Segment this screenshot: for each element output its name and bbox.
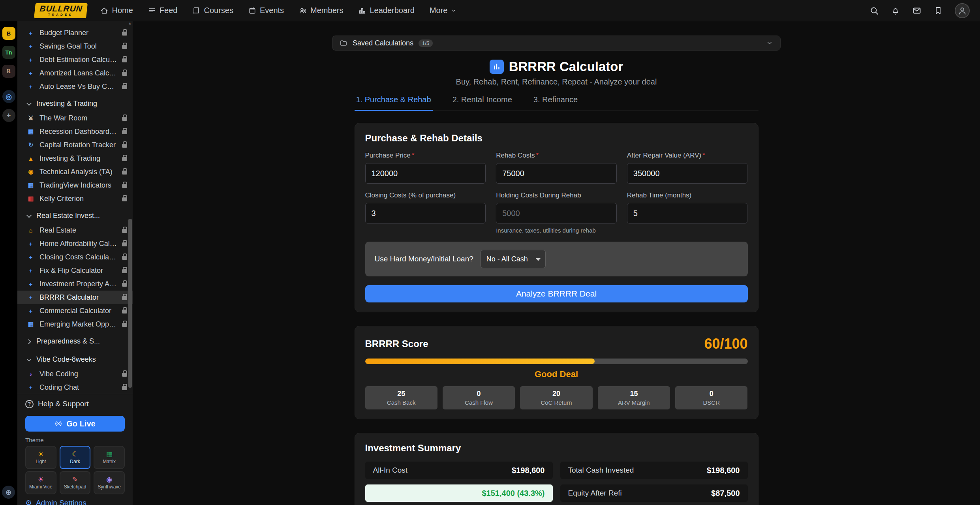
sidebar-item-debt-estimation[interactable]: +Debt Estimation Calcula... <box>17 53 133 66</box>
sidebar-item-tradingview[interactable]: ▦TradingView Indicators <box>17 178 133 192</box>
nav-more[interactable]: More <box>430 6 457 15</box>
sidebar-item-label: Emerging Market Oppor... <box>39 320 117 329</box>
stat-dscr: 0DSCR <box>675 386 747 409</box>
workspace-tn-icon[interactable]: Tn <box>2 46 15 59</box>
theme-dark[interactable]: ☾Dark <box>60 446 91 469</box>
moon-icon: ☾ <box>72 451 78 458</box>
globe-icon[interactable]: ⊕ <box>2 486 15 499</box>
sidebar-item-home-affordability[interactable]: +Home Affordability Calc... <box>17 237 133 250</box>
notifications-bell-icon[interactable] <box>891 6 900 15</box>
purchase-price-input[interactable] <box>365 163 486 184</box>
gear-icon: ⚙ <box>25 498 32 505</box>
summary-label: Total Cash Invested <box>568 466 634 475</box>
score-progress-track <box>365 359 748 364</box>
theme-sketchpad[interactable]: ✎Sketchpad <box>60 471 91 494</box>
sidebar-item-recession-dashboard[interactable]: ▦Recession Dashboard V2 <box>17 125 133 138</box>
sidebar-item-brrrr-calculator[interactable]: +BRRRR Calculator <box>17 291 133 304</box>
holding-costs-field: Holding Costs During Rehab Insurance, ta… <box>496 191 617 234</box>
tab-purchase-rehab[interactable]: 1. Purchase & Rehab <box>355 95 433 111</box>
sidebar-item-coding-chat[interactable]: +Coding Chat <box>17 381 133 394</box>
summary-value: $198,600 <box>512 466 544 475</box>
chevron-right-icon <box>26 338 32 344</box>
rehab-time-input[interactable] <box>627 203 748 223</box>
summary-grid: All-In Cost$198,600 Total Cash Invested$… <box>365 462 748 502</box>
sidebar-item-closing-costs[interactable]: +Closing Costs Calculator <box>17 250 133 264</box>
holding-costs-input[interactable] <box>496 203 617 223</box>
saved-calculations-accordion[interactable]: Saved Calculations 1/5 <box>332 36 781 51</box>
main-content: Saved Calculations 1/5 BRRRR Calculator … <box>133 21 980 505</box>
help-support-link[interactable]: ? Help & Support <box>25 396 125 411</box>
nav-leaderboard[interactable]: Leaderboard <box>358 6 414 15</box>
sidebar-item-vibe-coding[interactable]: ♪Vibe Coding <box>17 367 133 381</box>
theme-matrix[interactable]: ▦Matrix <box>94 446 125 469</box>
workspace-bullrun-icon[interactable]: B <box>2 27 15 40</box>
sidebar-item-savings-goal[interactable]: +Savings Goal Tool <box>17 39 133 53</box>
sidebar-item-war-room[interactable]: ⚔The War Room <box>17 111 133 125</box>
sidebar-item-real-estate[interactable]: ⌂Real Estate <box>17 223 133 237</box>
go-live-button[interactable]: Go Live <box>25 416 125 432</box>
workspace-compass-icon[interactable]: ◎ <box>2 90 15 103</box>
sidebar-section-real-estate[interactable]: Real Estate Invest... <box>17 208 133 223</box>
summary-row-all-in-cost: All-In Cost$198,600 <box>365 462 553 479</box>
search-icon[interactable] <box>869 6 879 15</box>
analyze-deal-button[interactable]: Analyze BRRRR Deal <box>365 285 748 302</box>
stat-cash-back: 25Cash Back <box>365 386 437 409</box>
sidebar-item-amortized-loans[interactable]: +Amortized Loans Calcul... <box>17 66 133 80</box>
nav-home[interactable]: Home <box>100 6 133 15</box>
nav-members[interactable]: Members <box>299 6 343 15</box>
sidebar-item-investing-trading[interactable]: ▲Investing & Trading <box>17 152 133 165</box>
tab-rental-income[interactable]: 2. Rental Income <box>451 95 514 111</box>
hard-money-select[interactable]: No - All Cash <box>481 250 546 268</box>
sidebar-item-technical-analysis[interactable]: ◉Technical Analysis (TA) <box>17 165 133 178</box>
sidebar-section-preparedness[interactable]: Preparedness & S... <box>17 333 133 349</box>
sidebar-item-label: Vibe Coding <box>39 370 117 378</box>
sidebar-item-label: Investment Property An... <box>39 280 117 288</box>
sidebar-item-label: Commercial Calculator <box>39 307 117 315</box>
user-avatar[interactable] <box>955 3 970 18</box>
sidebar-item-budget-planner[interactable]: +Budget Planner <box>17 26 133 39</box>
tool-icon: + <box>27 254 35 261</box>
rehab-costs-input[interactable] <box>496 163 617 184</box>
saved-count-badge: 1/5 <box>419 39 433 47</box>
score-value: 60/100 <box>704 336 747 352</box>
theme-miami-vice[interactable]: ☀Miami Vice <box>25 471 56 494</box>
tool-icon: + <box>27 56 35 63</box>
sidebar-item-fix-flip[interactable]: +Fix & Flip Calculator <box>17 264 133 277</box>
sidebar-section-vibe-code[interactable]: Vibe Code-8weeks <box>17 351 133 367</box>
sidebar-item-emerging-market[interactable]: ▦Emerging Market Oppor... <box>17 317 133 331</box>
tab-refinance[interactable]: 3. Refinance <box>532 95 579 111</box>
nav-events[interactable]: Events <box>248 6 284 15</box>
help-label: Help & Support <box>38 400 89 408</box>
theme-name: Light <box>36 459 46 464</box>
bullrun-logo[interactable]: BULLRUN TRADES <box>34 3 88 18</box>
theme-name: Miami Vice <box>29 484 52 490</box>
tool-icon: + <box>27 308 35 314</box>
add-workspace-icon[interactable]: + <box>2 109 15 122</box>
admin-settings-link[interactable]: ⚙ Admin Settings <box>25 498 125 505</box>
deal-verdict: Good Deal <box>365 369 748 379</box>
sidebar-scrollbar[interactable] <box>128 219 132 388</box>
sidebar-item-label: TradingView Indicators <box>39 181 117 190</box>
sidebar-item-commercial-calculator[interactable]: +Commercial Calculator <box>17 304 133 317</box>
stat-label: CoC Return <box>520 399 592 406</box>
scrollbar-up-arrow[interactable]: ▲ <box>128 21 132 25</box>
nav-courses[interactable]: Courses <box>192 6 233 15</box>
arv-input[interactable] <box>627 163 748 184</box>
sidebar-item-capital-rotation[interactable]: ↻Capital Rotation Tracker <box>17 138 133 152</box>
sidebar-item-label: Technical Analysis (TA) <box>39 168 117 176</box>
workspace-r-icon[interactable]: R <box>2 65 15 78</box>
sidebar-item-auto-lease[interactable]: +Auto Lease Vs Buy Cal... <box>17 80 133 93</box>
theme-synthwave[interactable]: ◉Synthwave <box>94 471 125 494</box>
sidebar-section-investing-trading[interactable]: Investing & Trading <box>17 96 133 111</box>
bookmark-icon[interactable] <box>933 6 943 15</box>
closing-costs-input[interactable] <box>365 203 486 223</box>
messages-envelope-icon[interactable] <box>912 6 922 15</box>
nav-feed[interactable]: Feed <box>148 6 178 15</box>
chevron-down-icon <box>451 8 456 13</box>
broadcast-icon <box>54 420 62 428</box>
calendar-icon <box>248 7 256 15</box>
sidebar-item-investment-property[interactable]: +Investment Property An... <box>17 277 133 291</box>
theme-light[interactable]: ☀Light <box>25 446 56 469</box>
score-heading: BRRRR Score <box>365 338 428 349</box>
sidebar-item-kelly-criterion[interactable]: ▥Kelly Criterion <box>17 192 133 205</box>
